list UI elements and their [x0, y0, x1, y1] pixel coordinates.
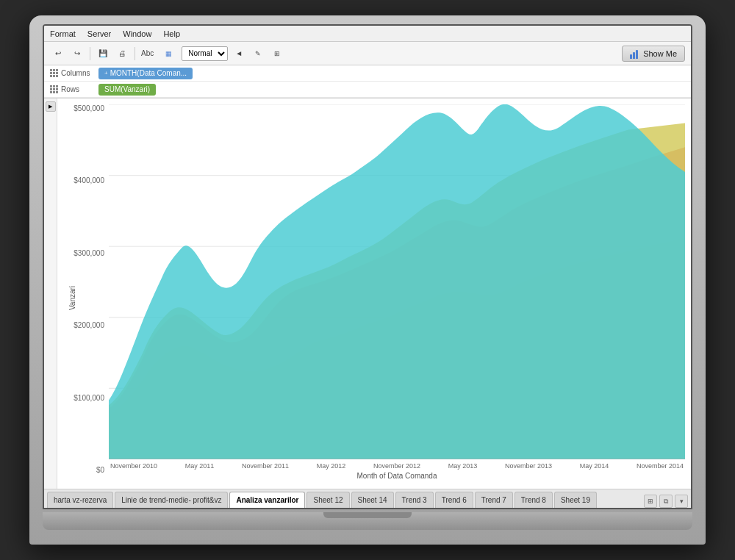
- tab-sheet14[interactable]: Sheet 14: [351, 492, 394, 508]
- x-label-6: November 2013: [505, 462, 552, 470]
- chart-type-btn[interactable]: ▦: [158, 46, 179, 62]
- x-label-2: November 2011: [242, 462, 289, 470]
- abc-label: Abc: [141, 49, 154, 57]
- color-btn[interactable]: ✎: [250, 46, 266, 62]
- y-tick-0: $0: [96, 466, 104, 474]
- redo-button[interactable]: ↪: [69, 46, 85, 62]
- laptop-base: [43, 512, 692, 530]
- mark-btn[interactable]: ◄: [231, 46, 247, 62]
- duplicate-sheet-button[interactable]: ⧉: [659, 495, 673, 508]
- x-label-8: November 2014: [637, 462, 684, 470]
- tab-trend7[interactable]: Trend 7: [475, 492, 513, 508]
- tab-linie[interactable]: Linie de trend-medie- profit&vz: [115, 492, 228, 508]
- print-button[interactable]: 🖨: [114, 46, 130, 62]
- chart-svg: November 2010 May 2011 November 2011 May…: [109, 98, 691, 489]
- toolbar: ↩ ↪ 💾 🖨 Abc ▦ Normal ◄ ✎ ⊞: [44, 42, 691, 65]
- tab-analiza[interactable]: Analiza vanzarilor: [229, 492, 305, 508]
- toolbar-separator-2: [135, 47, 135, 60]
- tab-trend3[interactable]: Trend 3: [395, 492, 434, 508]
- columns-label: Columns: [47, 69, 98, 77]
- rows-icon: [50, 85, 58, 93]
- menu-server[interactable]: Server: [87, 29, 111, 38]
- x-label-4: November 2012: [373, 462, 420, 470]
- main-content: ▶ Vanzari $500,000 $400,000 $300,000: [44, 98, 691, 489]
- chart-area: Vanzari $500,000 $400,000 $300,000 $200,…: [57, 98, 691, 489]
- sidebar-btn-1[interactable]: ▶: [46, 101, 56, 112]
- menu-bar: Format Server Window Help: [44, 26, 691, 42]
- columns-row: Columns + MONTH(Data Coman...: [44, 65, 691, 82]
- y-tick-100k: $100,000: [74, 394, 104, 402]
- menu-help[interactable]: Help: [163, 29, 180, 38]
- tab-trend6[interactable]: Trend 6: [435, 492, 473, 508]
- rows-row: Rows SUM(Vanzari): [44, 82, 691, 98]
- show-me-button[interactable]: Show Me: [622, 46, 685, 62]
- filter-btn[interactable]: ⊞: [269, 46, 285, 62]
- tab-action-icons: ⊞ ⧉ ▾: [644, 495, 688, 508]
- y-tick-300k: $300,000: [74, 249, 104, 257]
- y-axis-label: Vanzari: [68, 285, 76, 309]
- tab-harta[interactable]: harta vz-rezerva: [47, 492, 113, 508]
- normal-select[interactable]: Normal: [182, 46, 228, 61]
- columns-icon: [50, 69, 58, 77]
- rows-pill[interactable]: SUM(Vanzari): [98, 84, 156, 96]
- undo-button[interactable]: ↩: [50, 46, 66, 62]
- tab-sheet19[interactable]: Sheet 19: [554, 492, 597, 508]
- new-sheet-button[interactable]: ⊞: [644, 495, 657, 508]
- sheet-tabs: harta vz-rezerva Linie de trend-medie- p…: [44, 489, 691, 508]
- left-sidebar: ▶: [44, 98, 57, 489]
- x-axis-title: Month of Data Comanda: [109, 470, 685, 483]
- x-label-1: May 2011: [185, 462, 215, 470]
- columns-pill[interactable]: + MONTH(Data Coman...: [98, 68, 193, 79]
- x-label-7: May 2014: [580, 462, 609, 470]
- y-tick-400k: $400,000: [74, 176, 104, 184]
- save-button[interactable]: 💾: [95, 46, 111, 62]
- show-me-label: Show Me: [643, 49, 677, 58]
- x-label-3: May 2012: [317, 462, 346, 470]
- tab-sheet12[interactable]: Sheet 12: [306, 492, 349, 508]
- menu-window[interactable]: Window: [123, 29, 151, 38]
- toolbar-separator-1: [90, 47, 90, 60]
- field-rows: Columns + MONTH(Data Coman... R: [44, 65, 691, 98]
- pill-calendar-icon: +: [104, 70, 108, 76]
- more-tabs-button[interactable]: ▾: [675, 495, 688, 508]
- tab-trend8[interactable]: Trend 8: [514, 492, 553, 508]
- y-tick-500k: $500,000: [74, 104, 104, 112]
- menu-format[interactable]: Format: [50, 29, 76, 38]
- x-label-0: November 2010: [110, 462, 157, 470]
- show-me-icon: [630, 49, 640, 59]
- rows-label: Rows: [47, 85, 98, 93]
- y-tick-200k: $200,000: [74, 321, 104, 329]
- x-label-5: May 2013: [448, 462, 478, 470]
